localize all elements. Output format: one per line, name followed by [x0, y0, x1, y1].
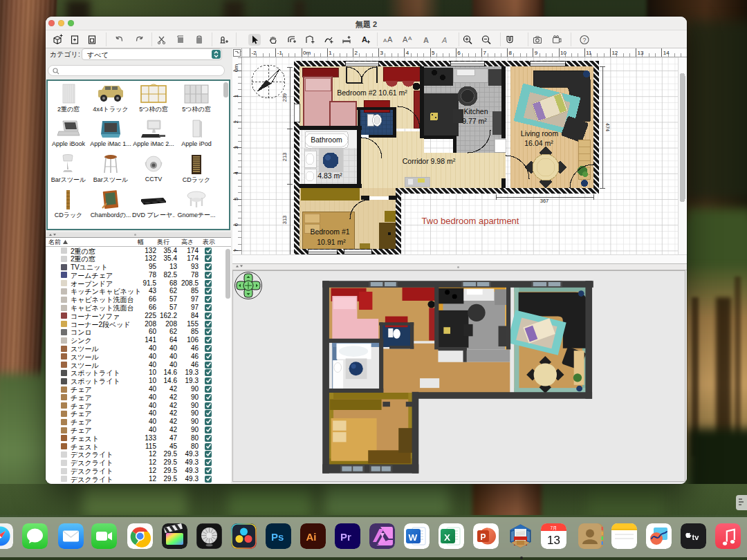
svg-text:-2: -2 — [252, 50, 257, 56]
svg-text:10.91 m²: 10.91 m² — [317, 238, 346, 246]
svg-text:13: 13 — [547, 534, 560, 547]
svg-text:1: 1 — [233, 94, 239, 97]
svg-text:10: 10 — [560, 50, 566, 56]
svg-text:tv: tv — [692, 533, 700, 541]
svg-text:Kitchen: Kitchen — [463, 107, 488, 115]
svg-text:A: A — [362, 35, 367, 44]
svg-text:313: 313 — [282, 216, 288, 225]
svg-text:4: 4 — [406, 50, 409, 56]
svg-text:13: 13 — [638, 50, 644, 56]
svg-text:2: 2 — [233, 120, 239, 123]
svg-text:7: 7 — [233, 248, 239, 252]
svg-text:X: X — [444, 532, 450, 543]
svg-text:Ps: Ps — [271, 531, 284, 543]
svg-text:0m: 0m — [233, 64, 239, 72]
svg-text:Two bedroom apartment: Two bedroom apartment — [422, 216, 519, 226]
svg-text:W: W — [409, 532, 418, 543]
svg-text:5: 5 — [233, 197, 239, 200]
svg-text:6: 6 — [457, 50, 461, 56]
svg-text:Bedroom #2 10.61 m²: Bedroom #2 10.61 m² — [337, 88, 407, 97]
svg-text:P: P — [481, 532, 486, 542]
svg-text:7月: 7月 — [550, 525, 557, 531]
svg-text:Living room: Living room — [521, 129, 559, 138]
svg-text:Bathroom: Bathroom — [311, 136, 342, 144]
svg-text:213: 213 — [282, 153, 288, 162]
svg-text:8: 8 — [509, 50, 513, 56]
svg-text:?: ? — [583, 37, 587, 44]
svg-text:-1: -1 — [277, 50, 283, 56]
svg-text:5: 5 — [432, 50, 435, 56]
svg-text:A: A — [408, 35, 412, 41]
svg-text:4.83 m²: 4.83 m² — [317, 171, 342, 180]
svg-text:1: 1 — [329, 50, 332, 56]
svg-text:A: A — [387, 35, 393, 44]
svg-text:474: 474 — [605, 123, 611, 132]
svg-text:3: 3 — [380, 50, 384, 56]
svg-text:9.77 m²: 9.77 m² — [462, 117, 487, 125]
svg-text:Bedroom #1: Bedroom #1 — [310, 227, 349, 236]
svg-text:9: 9 — [535, 50, 538, 56]
svg-text:3: 3 — [233, 146, 239, 149]
svg-text:0m: 0m — [303, 50, 311, 56]
svg-text:A: A — [441, 36, 447, 44]
svg-text:Corridor 9.98 m²: Corridor 9.98 m² — [403, 157, 456, 165]
svg-text:16.04 m²: 16.04 m² — [524, 139, 553, 147]
svg-text:4: 4 — [233, 171, 239, 175]
svg-text:14: 14 — [663, 50, 670, 56]
svg-text:7: 7 — [483, 50, 486, 56]
svg-text:239: 239 — [282, 93, 288, 102]
svg-text:Pr: Pr — [340, 531, 351, 543]
svg-text:12: 12 — [611, 50, 618, 56]
svg-text:367: 367 — [540, 198, 549, 204]
svg-text:A: A — [403, 35, 408, 44]
svg-text:2: 2 — [354, 50, 358, 56]
svg-text:Ai: Ai — [306, 531, 317, 543]
svg-text:6: 6 — [233, 223, 239, 226]
svg-text:A: A — [423, 36, 429, 44]
